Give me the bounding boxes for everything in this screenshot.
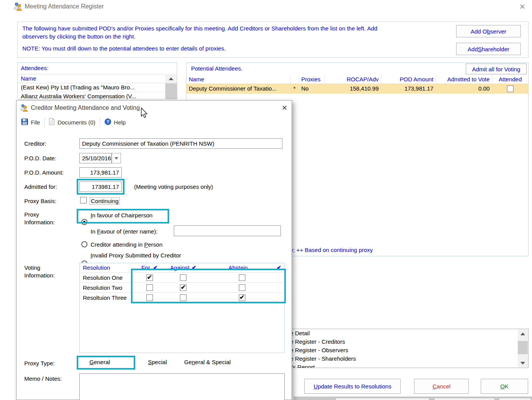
- favour-name-input[interactable]: [174, 225, 281, 236]
- scroll-up-icon[interactable]: [518, 329, 528, 338]
- col-header-star[interactable]: [290, 75, 299, 84]
- pod-date-dropdown-button[interactable]: [112, 153, 121, 163]
- file-menu[interactable]: File: [21, 118, 40, 126]
- admitted-note: (Meeting voting purposes only): [134, 183, 213, 190]
- col-header-admitted-to-vote[interactable]: Admitted to Vote: [436, 75, 492, 84]
- help-label: Help: [114, 119, 126, 126]
- abstain-cell: [200, 283, 284, 292]
- scroll-up-icon[interactable]: [165, 74, 177, 83]
- row-rocap: 158,410.99: [325, 84, 381, 94]
- against-column-header[interactable]: Against: [170, 263, 190, 272]
- reports-scrollbar[interactable]: [518, 329, 528, 367]
- row-admitted: 0.00: [436, 84, 492, 94]
- help-menu[interactable]: ? Help: [104, 118, 126, 126]
- row-name: Deputy Commissioner of Taxatio...: [186, 84, 290, 94]
- row-proxies: No: [299, 84, 325, 94]
- for-column-header[interactable]: For: [141, 263, 150, 272]
- scrollbar-thumb[interactable]: [518, 341, 528, 354]
- admitted-for-field[interactable]: 173981.17: [79, 182, 122, 192]
- col-header-rocap[interactable]: ROCAP/Adv: [325, 75, 381, 84]
- scrollbar-thumb[interactable]: [165, 83, 177, 99]
- for-checkbox[interactable]: [146, 274, 153, 281]
- invalid-proxy-label[interactable]: Invalid Proxy Submitted by Creditor: [91, 252, 181, 259]
- memo-notes-textarea[interactable]: [79, 373, 285, 400]
- meeting-icon: [13, 2, 22, 12]
- add-shareholder-button[interactable]: Add Shareholder: [456, 43, 521, 55]
- abstain-checkbox[interactable]: [239, 284, 245, 291]
- svg-text:?: ?: [106, 119, 109, 124]
- proxy-information-label-2: Information:: [24, 219, 55, 225]
- ok-button[interactable]: OK: [481, 379, 528, 394]
- attendee-row[interactable]: Allianz Australia Workers' Compensation …: [18, 92, 165, 99]
- against-check-all-icon[interactable]: ✔: [192, 263, 196, 272]
- for-checkbox[interactable]: [146, 284, 153, 291]
- against-checkbox[interactable]: [180, 284, 186, 291]
- creditor-field[interactable]: Deputy Commissioner of Taxation (PENRITH…: [79, 138, 282, 149]
- attended-checkbox[interactable]: [507, 86, 514, 92]
- close-icon[interactable]: ✕: [282, 104, 287, 112]
- continuing-checkbox[interactable]: [80, 197, 87, 203]
- documents-label: Documents (0): [57, 119, 95, 126]
- chevron-down-icon: [114, 157, 118, 160]
- report-list-item[interactable]: te Register - Creditors: [287, 338, 517, 346]
- file-label: File: [31, 119, 40, 126]
- update-results-button[interactable]: Update Results to Resolutions: [304, 379, 401, 394]
- mouse-cursor-icon: [140, 108, 148, 119]
- special-label[interactable]: Special: [148, 359, 167, 365]
- documents-menu[interactable]: Documents (0): [49, 118, 95, 126]
- add-observer-button[interactable]: Add Observer: [456, 25, 521, 37]
- against-checkbox[interactable]: [180, 294, 186, 301]
- in-favour-chairperson-label[interactable]: In favour of Chairperson: [91, 212, 153, 218]
- against-checkbox[interactable]: [180, 274, 186, 281]
- general-label[interactable]: General: [89, 359, 110, 365]
- col-header-name[interactable]: Name: [186, 75, 290, 84]
- continuing-label[interactable]: Continuing: [90, 197, 120, 205]
- instructions-line1: The following have submitted POD's and/o…: [22, 24, 392, 40]
- voting-information-label-1: Voting: [24, 264, 40, 271]
- general-special-label[interactable]: General & Special: [184, 359, 231, 365]
- potential-table-header: Name Proxies ROCAP/Adv POD Amount Admitt…: [186, 75, 528, 84]
- report-list-item[interactable]: te Register - Shareholders: [287, 355, 517, 363]
- col-header-attended[interactable]: Attended: [492, 75, 528, 84]
- abstain-check-all-icon[interactable]: ✔: [277, 263, 281, 272]
- radio-in-favour-name[interactable]: [81, 241, 87, 247]
- voting-rows: Resolution OneResolution TwoResoltuion T…: [80, 272, 284, 303]
- attendee-row[interactable]: (East Kew) Pty Ltd (Trading as "Mauro Br…: [18, 83, 165, 92]
- in-favour-name-label[interactable]: In Favour of (enter name):: [91, 228, 158, 235]
- radio-in-favour-chairperson[interactable]: [81, 219, 87, 225]
- cancel-button[interactable]: Cancel: [414, 379, 469, 394]
- close-icon[interactable]: ✕: [519, 2, 525, 11]
- proxy-footnote: xy; ++ Based on continuing proxy: [287, 247, 373, 253]
- abstain-checkbox[interactable]: [239, 294, 245, 301]
- proxy-basis-label: Proxy Basis:: [24, 198, 56, 204]
- potential-attendee-row[interactable]: Deputy Commissioner of Taxatio... * No 1…: [186, 84, 528, 94]
- attending-in-person-label[interactable]: Creditor attending in Person: [91, 241, 163, 248]
- attendees-name-header[interactable]: Name: [21, 75, 36, 82]
- admit-all-for-voting-button[interactable]: Admit all for Voting: [466, 64, 527, 74]
- pod-amount-field[interactable]: 173,981.17: [79, 167, 122, 178]
- abstain-cell: [200, 293, 284, 303]
- dialog-toolbar: File Documents (0): [17, 115, 292, 129]
- abstain-column-header[interactable]: Abstain: [228, 263, 248, 272]
- for-check-all-icon[interactable]: ✔: [153, 263, 158, 272]
- for-checkbox[interactable]: [146, 294, 153, 301]
- col-header-pod-amount[interactable]: POD Amount: [381, 75, 436, 84]
- voting-table: Resolution For ✔ Against ✔ Abstain ✔ Res…: [79, 263, 285, 353]
- report-list-item[interactable]: te Detail: [287, 329, 517, 338]
- admitted-for-label: Admitted for:: [24, 183, 57, 190]
- resolution-name: Resolution Two: [80, 283, 132, 292]
- attendees-label: Attendees:: [21, 65, 49, 71]
- resolution-column-header[interactable]: Resolution: [80, 263, 132, 272]
- scroll-down-icon[interactable]: [518, 359, 528, 367]
- meeting-icon: [20, 104, 28, 113]
- report-list-item[interactable]: te Register - Observers: [287, 346, 517, 355]
- abstain-checkbox[interactable]: [239, 274, 245, 281]
- report-list-item[interactable]: n's Report: [287, 363, 517, 368]
- resolution-name: Resoltuion Three: [80, 293, 132, 303]
- save-icon: [21, 118, 28, 126]
- attendees-scrollbar[interactable]: [165, 74, 177, 99]
- reports-listbox[interactable]: te Detailte Register - Creditorste Regis…: [287, 329, 529, 368]
- resolution-name: Resolution One: [80, 273, 132, 282]
- col-header-proxies[interactable]: Proxies: [299, 75, 325, 84]
- pod-date-field[interactable]: 25/10/2016: [79, 153, 112, 163]
